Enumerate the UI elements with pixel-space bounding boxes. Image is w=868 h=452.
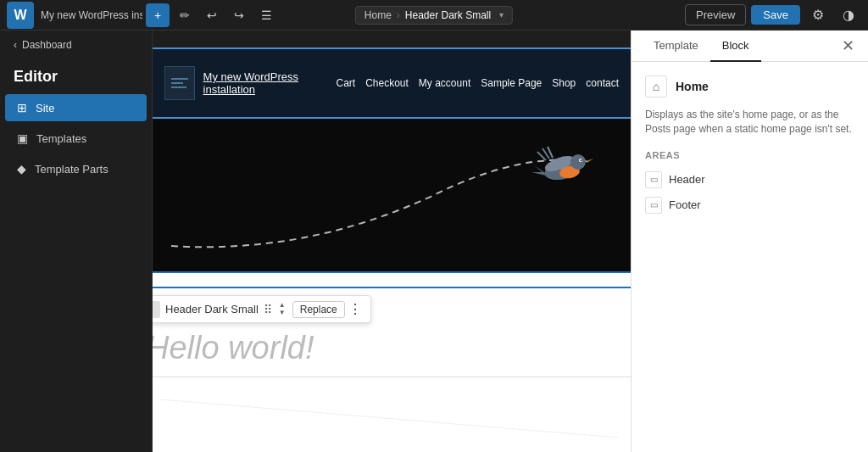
nav-contact[interactable]: contact [586,77,619,89]
selected-template-part-block[interactable]: + [153,271,631,288]
breadcrumb[interactable]: Home › Header Dark Small ▾ [355,6,513,25]
block-toolbar-icon [153,301,160,318]
toolbar-right: Preview Save ⚙ ◑ [685,3,861,28]
block-toolbar-arrows: ▲ ▼ [279,302,286,316]
breadcrumb-chevron-icon[interactable]: ▾ [499,10,504,20]
svg-point-5 [581,159,582,161]
placeholder-svg [160,391,618,442]
close-panel-button[interactable]: ✕ [838,33,858,59]
right-panel: Template Block ✕ ⌂ Home Displays as the … [631,31,868,452]
replace-button[interactable]: Replace [292,301,345,318]
save-button[interactable]: Save [751,5,800,25]
canvas-wrapper: My new WordPress installation Cart Check… [153,47,631,452]
block-toolbar-name: Header Dark Small [165,303,259,315]
top-toolbar: W My new WordPress installation + ✏ ↩ ↪ … [0,0,868,31]
site-logo-area: My new WordPress installation [164,66,336,100]
template-parts-icon: ◆ [17,162,26,176]
logo-line-2 [171,82,183,84]
site-header-block[interactable]: My new WordPress installation Cart Check… [153,47,631,119]
nav-cart[interactable]: Cart [336,77,355,89]
dashboard-link-label: Dashboard [22,39,72,51]
panel-home-description: Displays as the site's home page, or as … [645,108,854,137]
sidebar-item-site-label: Site [36,102,54,114]
panel-home-section: ⌂ Home Displays as the site's home page,… [645,75,854,137]
panel-home-title: Home [676,80,709,93]
footer-area-icon: ▭ [645,197,662,214]
placeholder-lines [160,391,623,442]
logo-line-1 [171,78,188,80]
panel-home-row: ⌂ Home [645,75,854,98]
breadcrumb-current: Header Dark Small [405,9,491,21]
redo-button[interactable]: ↪ [227,3,251,27]
hello-world-heading: Hello world! [153,330,631,366]
home-icon: ⌂ [645,75,667,98]
panel-areas-section: AREAS ▭ Header ▭ Footer [645,150,854,218]
bird-svg [527,140,599,195]
move-down-icon[interactable]: ▼ [279,310,286,316]
svg-marker-6 [587,159,593,163]
panel-home-info: Home [676,80,709,93]
header-area-icon: ▭ [645,171,662,188]
canvas-area[interactable]: My new WordPress installation Cart Check… [153,31,631,452]
breadcrumb-separator: › [397,9,400,21]
dashboard-arrow-icon: ‹ [14,39,17,51]
undo-button[interactable]: ↩ [200,3,224,27]
settings-button[interactable]: ⚙ [805,3,831,28]
list-view-button[interactable]: ☰ [254,3,278,27]
svg-point-3 [570,154,586,170]
sidebar-item-templates[interactable]: ▣ Templates [5,125,147,152]
panel-content: ⌂ Home Displays as the site's home page,… [632,62,868,452]
area-header-label: Header [669,173,705,186]
breadcrumb-home: Home [364,9,392,21]
editor-heading: Editor [0,59,152,92]
add-block-toolbar-button[interactable]: + [146,3,170,27]
dashboard-link[interactable]: ‹ Dashboard [0,31,152,59]
nav-checkout[interactable]: Checkout [365,77,409,89]
site-title-toolbar: My new WordPress installation [41,9,142,21]
areas-label: AREAS [645,150,854,160]
site-logo-lines [171,78,188,88]
nav-my-account[interactable]: My account [419,77,470,89]
site-navigation: Cart Checkout My account Sample Page Sho… [336,77,619,89]
bottom-content-area [153,377,631,452]
move-up-icon[interactable]: ▲ [279,302,286,309]
tab-block[interactable]: Block [710,31,761,62]
templates-icon: ▣ [17,131,28,145]
contrast-button[interactable]: ◑ [836,3,861,28]
area-header-row[interactable]: ▭ Header [645,167,854,193]
area-footer-label: Footer [669,198,701,211]
block-toolbar: Header Dark Small ⠿ ▲ ▼ Replace ⋮ [153,295,371,323]
logo-line-3 [171,86,186,88]
svg-line-12 [160,399,618,438]
site-header-inner: My new WordPress installation Cart Check… [164,66,619,100]
pencil-toolbar-button[interactable]: ✏ [173,3,197,27]
toolbar-center: Home › Header Dark Small ▾ [355,6,513,25]
hero-section [153,119,631,271]
toolbar-left: W My new WordPress installation + ✏ ↩ ↪ … [7,2,278,29]
drag-handle-icon[interactable]: ⠿ [264,303,272,316]
nav-shop[interactable]: Shop [552,77,576,89]
svg-marker-8 [531,172,546,176]
sidebar-item-site[interactable]: ⊞ Site [5,94,147,121]
site-name-link[interactable]: My new WordPress installation [203,70,337,96]
sidebar-item-templates-label: Templates [36,132,86,145]
site-icon: ⊞ [17,101,27,114]
area-footer-row[interactable]: ▭ Footer [645,193,854,218]
main-layout: ‹ Dashboard Editor ⊞ Site ▣ Templates ◆ … [0,31,868,452]
wp-logo: W [7,2,34,29]
sidebar: ‹ Dashboard Editor ⊞ Site ▣ Templates ◆ … [0,31,153,452]
nav-sample-page[interactable]: Sample Page [481,77,542,89]
preview-button[interactable]: Preview [685,4,746,25]
tab-template[interactable]: Template [642,31,710,62]
panel-tabs: Template Block ✕ [632,31,868,62]
more-options-button[interactable]: ⋮ [345,299,365,319]
sidebar-item-template-parts[interactable]: ◆ Template Parts [5,155,147,182]
site-logo-image [164,66,195,100]
sidebar-item-template-parts-label: Template Parts [35,163,108,176]
